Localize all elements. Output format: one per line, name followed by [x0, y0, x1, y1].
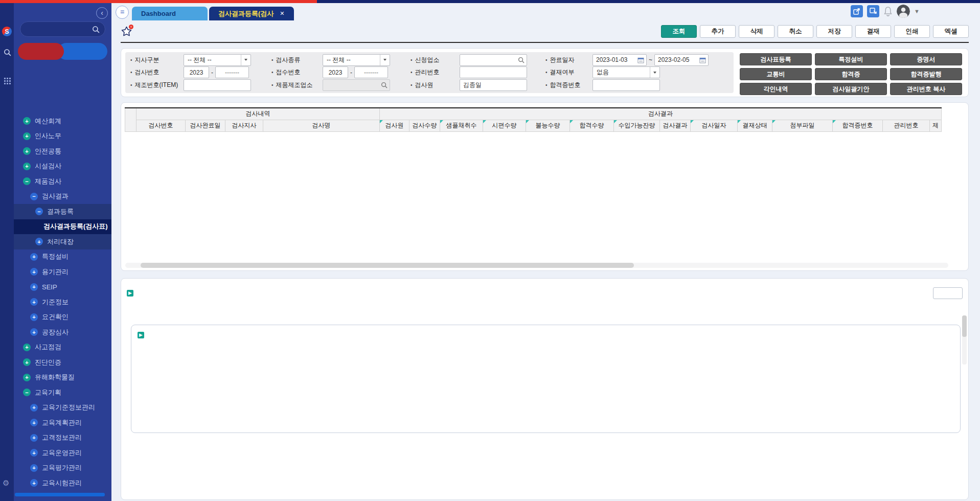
- sidebar-item[interactable]: +시설검사: [14, 159, 111, 174]
- action-button-인쇄[interactable]: 인쇄: [894, 25, 930, 38]
- sidebar-item[interactable]: +고객정보관리: [14, 430, 111, 446]
- open-tabs: Dashboard검사결과등록(검사✕: [132, 7, 295, 20]
- save-button[interactable]: [933, 287, 963, 299]
- search-icon[interactable]: [381, 82, 388, 88]
- sidebar-scrollbar[interactable]: [15, 493, 105, 496]
- tab-dashboard[interactable]: Dashboard: [132, 7, 208, 20]
- sidebar-item[interactable]: +요건확인: [14, 310, 111, 325]
- plus-icon: +: [35, 238, 43, 245]
- sidebar-item-label: 사고점검: [35, 343, 61, 352]
- action-button-결재[interactable]: 결재: [855, 25, 891, 38]
- serial-input[interactable]: [215, 66, 249, 78]
- quick-button-합격증발행[interactable]: 합격증발행: [890, 68, 962, 80]
- plus-icon: +: [30, 283, 38, 291]
- settings-gear-icon[interactable]: ⚙: [3, 479, 9, 488]
- sidebar-item[interactable]: +교육운영관리: [14, 445, 111, 461]
- scrollbar-thumb[interactable]: [141, 263, 634, 268]
- scrollbar-thumb[interactable]: [962, 315, 967, 337]
- sidebar-item[interactable]: +교육시험관리: [14, 475, 111, 491]
- sidebar-item[interactable]: −교육기획: [14, 385, 111, 400]
- sidebar-item[interactable]: −제품검사: [14, 174, 111, 189]
- quick-button-각인내역[interactable]: 각인내역: [740, 83, 812, 95]
- vertical-scrollbar[interactable]: [962, 315, 967, 365]
- sidebar-item[interactable]: +교육계획관리: [14, 415, 111, 430]
- filter-input[interactable]: [592, 79, 660, 91]
- quick-button-증명서[interactable]: 증명서: [890, 53, 962, 65]
- column-header: 검사지사: [225, 120, 263, 131]
- sidebar-item[interactable]: +SEIP: [14, 280, 111, 295]
- filter-input[interactable]: [184, 79, 251, 91]
- popup-window-icon[interactable]: [851, 5, 863, 17]
- avatar[interactable]: [897, 5, 910, 18]
- close-icon[interactable]: ✕: [280, 10, 284, 17]
- year-input[interactable]: [323, 66, 348, 78]
- sidebar-item[interactable]: +특정설비: [14, 249, 111, 265]
- all-menu-button[interactable]: [18, 43, 64, 60]
- my-menu-button[interactable]: [58, 43, 108, 60]
- favorite-star-icon[interactable]: +: [121, 26, 132, 37]
- action-button-엑셀[interactable]: 엑셀: [933, 25, 969, 38]
- serial-input[interactable]: [354, 66, 388, 78]
- year-input[interactable]: [184, 66, 209, 78]
- collapse-sidebar-button[interactable]: ‹: [96, 7, 108, 19]
- search-icon[interactable]: [3, 48, 11, 56]
- quick-button-교통비[interactable]: 교통비: [740, 68, 812, 80]
- hamburger-menu-icon[interactable]: ≡: [116, 6, 129, 19]
- sidebar-item[interactable]: −검사결과: [14, 189, 111, 204]
- sidebar-item[interactable]: +용기관리: [14, 264, 111, 280]
- sidebar-item[interactable]: −결과등록: [14, 204, 111, 219]
- sidebar-item-label: 처리대장: [47, 237, 74, 246]
- sidebar-item[interactable]: +안전공통: [14, 144, 111, 159]
- search-input[interactable]: [323, 79, 390, 91]
- filter-label: 접수번호: [271, 68, 323, 77]
- sidebar-item-label: 용기관리: [42, 267, 69, 277]
- sidebar-item[interactable]: +처리대장: [14, 234, 111, 249]
- sidebar-item[interactable]: +진단인증: [14, 355, 111, 370]
- quick-button-검사일괄기안[interactable]: 검사일괄기안: [815, 83, 887, 95]
- plus-icon: +: [30, 404, 38, 412]
- sidebar-item[interactable]: +인사노무: [14, 129, 111, 144]
- action-button-취소[interactable]: 취소: [778, 25, 813, 38]
- bell-icon[interactable]: [883, 6, 893, 17]
- select-dropdown[interactable]: 없음: [592, 66, 660, 78]
- sidebar-item[interactable]: +사고점검: [14, 340, 111, 355]
- sidebar-item[interactable]: +기준정보: [14, 294, 111, 310]
- tab-active-page[interactable]: 검사결과등록(검사✕: [209, 7, 294, 20]
- sidebar-item[interactable]: +교육평가관리: [14, 461, 111, 476]
- sidebar-item[interactable]: +공장심사: [14, 325, 111, 340]
- menu-search[interactable]: [20, 21, 105, 37]
- sidebar-item[interactable]: +유해화학물질: [14, 370, 111, 385]
- sidebar-item[interactable]: +교육기준정보관리: [14, 400, 111, 416]
- detail-section-header: ▶: [138, 329, 954, 340]
- select-dropdown[interactable]: -- 전체 --: [323, 54, 390, 66]
- chevron-down-icon[interactable]: ▼: [914, 8, 920, 14]
- open-external-icon[interactable]: [867, 5, 879, 17]
- calendar-icon[interactable]: [699, 57, 706, 63]
- plus-icon: +: [30, 479, 38, 487]
- menu-search-input[interactable]: [26, 26, 92, 33]
- calendar-icon[interactable]: [637, 57, 644, 63]
- filter-input[interactable]: [460, 66, 527, 78]
- search-input[interactable]: [460, 54, 527, 66]
- action-button-삭제[interactable]: 삭제: [739, 25, 774, 38]
- column-header: 검사완료일: [186, 120, 225, 131]
- select-dropdown[interactable]: -- 전체 --: [184, 54, 251, 66]
- sidebar-item-label: 교육기준정보관리: [42, 403, 95, 412]
- plus-icon: +: [23, 117, 31, 125]
- search-icon[interactable]: [518, 57, 525, 63]
- quick-button-특정설비[interactable]: 특정설비: [815, 53, 887, 65]
- action-button-저장[interactable]: 저장: [816, 25, 852, 38]
- quick-button-관리번호 복사[interactable]: 관리번호 복사: [890, 83, 962, 95]
- filter-input[interactable]: [460, 79, 527, 91]
- horizontal-scrollbar[interactable]: [125, 263, 948, 268]
- search-icon[interactable]: [92, 26, 100, 33]
- filter-label: 검사번호: [130, 68, 184, 77]
- action-button-추가[interactable]: 추가: [700, 25, 736, 38]
- title-row: + 조회추가삭제취소저장결재인쇄엑셀: [121, 20, 969, 43]
- sidebar-item[interactable]: 검사결과등록(검사표): [14, 219, 111, 235]
- quick-button-합격증[interactable]: 합격증: [815, 68, 887, 80]
- action-button-조회[interactable]: 조회: [661, 25, 697, 38]
- quick-button-검사표등록[interactable]: 검사표등록: [740, 53, 812, 65]
- app-grid-icon[interactable]: [3, 77, 11, 85]
- sidebar-item[interactable]: +예산회계: [14, 113, 111, 129]
